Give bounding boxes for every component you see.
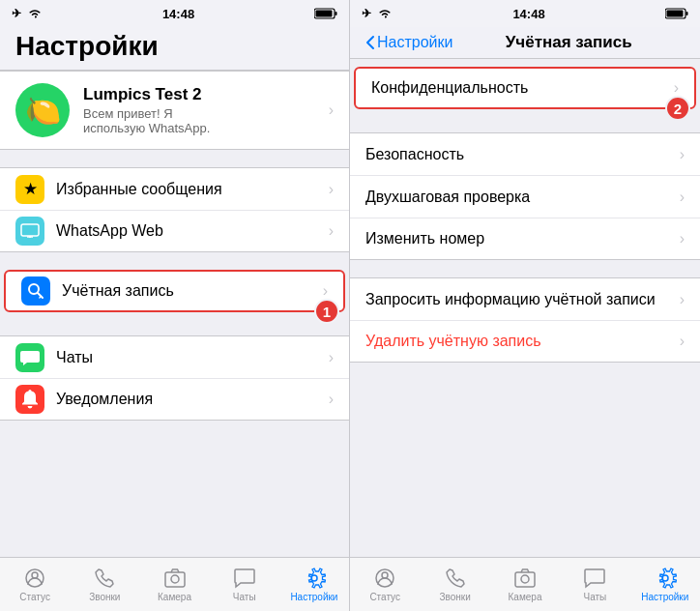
tab-chats-right[interactable]: Чаты [560, 558, 629, 607]
tab-calls-label-left: Звонки [89, 592, 120, 602]
privacy-chevron: › [674, 79, 679, 97]
whatsapp-web-label: WhatsApp Web [56, 222, 317, 240]
svg-point-20 [521, 575, 529, 583]
status-tab-icon [23, 567, 46, 590]
two-step-chevron: › [680, 189, 685, 206]
tab-camera-label-left: Камера [158, 592, 191, 602]
key-icon [26, 281, 45, 301]
svg-rect-3 [21, 224, 39, 236]
badge-2: 2 [665, 96, 690, 121]
whatsapp-web-icon [15, 217, 44, 246]
tab-camera-right[interactable]: Камера [490, 558, 560, 607]
sidebar-item-account[interactable]: Учётная запись › [4, 270, 345, 312]
nav-bar-left: Настройки [0, 27, 349, 71]
nav-back-button[interactable]: Настройки [365, 34, 452, 51]
calls-tab-icon-r [444, 567, 467, 590]
security-chevron: › [680, 146, 685, 163]
chats-label: Чаты [56, 349, 317, 366]
calls-tab-icon [93, 567, 116, 590]
privacy-row-wrapper: Конфиденциальность › 2 [354, 67, 696, 109]
tab-calls-right[interactable]: Звонки [420, 558, 489, 607]
tab-status-right[interactable]: Статус [350, 558, 420, 607]
tab-chats-left[interactable]: Чаты [210, 558, 279, 607]
tab-chats-label-left: Чаты [233, 592, 256, 602]
change-number-label: Изменить номер [365, 230, 680, 247]
svg-line-8 [40, 296, 41, 298]
row-privacy[interactable]: Конфиденциальность › [354, 67, 696, 109]
left-panel: ✈ 14:48 Настройки 🍋 Lumpic [0, 0, 350, 611]
profile-name: Lumpics Test 2 [83, 85, 315, 104]
svg-rect-15 [667, 11, 684, 17]
favorites-label: Избранные сообщения [56, 181, 317, 198]
row-security[interactable]: Безопасность › [350, 132, 700, 175]
battery-icon-right [665, 8, 688, 19]
svg-point-18 [382, 572, 388, 578]
status-tab-icon-r [373, 567, 396, 590]
nav-back-label: Настройки [377, 34, 452, 51]
status-right-icons [314, 8, 337, 19]
tab-status-label-right: Статус [369, 592, 400, 602]
status-left-icons: ✈ [12, 7, 43, 20]
tab-settings-right[interactable]: Настройки [630, 558, 700, 607]
row-request-info[interactable]: Запросить информацию учётной записи › [350, 277, 700, 320]
row-change-number[interactable]: Изменить номер › [350, 218, 700, 260]
avatar-emoji: 🍋 [25, 94, 61, 128]
chats-tab-icon [233, 567, 256, 590]
tab-bar-right: Статус Звонки Камера Чаты [350, 557, 700, 611]
highlight-wrapper-account: Учётная запись › 1 [4, 270, 345, 312]
profile-section[interactable]: 🍋 Lumpics Test 2 Всем привет! Яиспользую… [0, 71, 349, 150]
status-left-icons-right: ✈ [362, 7, 393, 20]
profile-chevron-icon: › [329, 102, 334, 119]
camera-tab-icon-r [513, 567, 537, 590]
request-info-chevron: › [680, 291, 685, 308]
account-chevron: › [323, 282, 328, 300]
chat-bubble-icon [20, 349, 40, 366]
tab-settings-left[interactable]: Настройки [279, 558, 349, 607]
tab-status-label-left: Статус [19, 592, 50, 602]
nav-title-right: Учётная запись [452, 33, 685, 52]
profile-status: Всем привет! Яиспользую WhatsApp. [83, 106, 315, 135]
tab-settings-label-left: Настройки [290, 592, 337, 602]
tab-camera-left[interactable]: Камера [139, 558, 209, 607]
svg-rect-1 [316, 11, 333, 17]
chats-tab-icon-r [583, 567, 606, 590]
sidebar-item-favorites[interactable]: ★ Избранные сообщения › [0, 167, 349, 210]
sidebar-item-chats[interactable]: Чаты › [0, 335, 349, 378]
monitor-icon [20, 223, 40, 239]
tab-chats-label-right: Чаты [584, 592, 607, 602]
chevron-left-icon [365, 35, 375, 50]
whatsapp-web-chevron: › [329, 222, 334, 240]
tab-calls-left[interactable]: Звонки [70, 558, 139, 607]
sidebar-item-whatsapp-web[interactable]: WhatsApp Web › [0, 210, 349, 252]
settings-tab-icon [303, 567, 326, 590]
tab-status-left[interactable]: Статус [0, 558, 70, 607]
menu-group-account: Учётная запись › 1 [0, 270, 349, 312]
chats-icon [15, 343, 44, 372]
row-delete-account[interactable]: Удалить учётную запись › [350, 320, 700, 363]
settings-content-left[interactable]: 🍋 Lumpics Test 2 Всем привет! Яиспользую… [0, 71, 349, 557]
account-label: Учётная запись [62, 282, 311, 300]
change-number-chevron: › [680, 230, 685, 247]
account-section-1: Конфиденциальность › 2 [350, 67, 700, 109]
status-time-right: 14:48 [393, 7, 665, 21]
status-time-left: 14:48 [43, 7, 314, 21]
tab-settings-label-right: Настройки [641, 592, 688, 602]
airplane-icon: ✈ [12, 7, 21, 20]
account-section-3: Запросить информацию учётной записи › Уд… [350, 277, 700, 363]
status-bar-left: ✈ 14:48 [0, 0, 349, 27]
notifications-icon [15, 385, 44, 414]
account-section-2: Безопасность › Двухшаговая проверка › Из… [350, 132, 700, 260]
delete-account-chevron: › [680, 333, 685, 350]
favorites-icon: ★ [15, 175, 44, 204]
status-right-icons-right [665, 8, 688, 19]
right-panel-content[interactable]: Конфиденциальность › 2 Безопасность › Дв… [350, 59, 700, 557]
delete-account-label: Удалить учётную запись [365, 333, 680, 350]
notifications-chevron: › [329, 391, 334, 408]
avatar: 🍋 [15, 83, 70, 137]
badge-1: 1 [314, 299, 339, 324]
svg-point-12 [171, 575, 179, 583]
wifi-icon-right [377, 8, 393, 19]
row-two-step[interactable]: Двухшаговая проверка › [350, 175, 700, 218]
sidebar-item-notifications[interactable]: Уведомления › [0, 378, 349, 421]
tab-calls-label-right: Звонки [439, 592, 470, 602]
